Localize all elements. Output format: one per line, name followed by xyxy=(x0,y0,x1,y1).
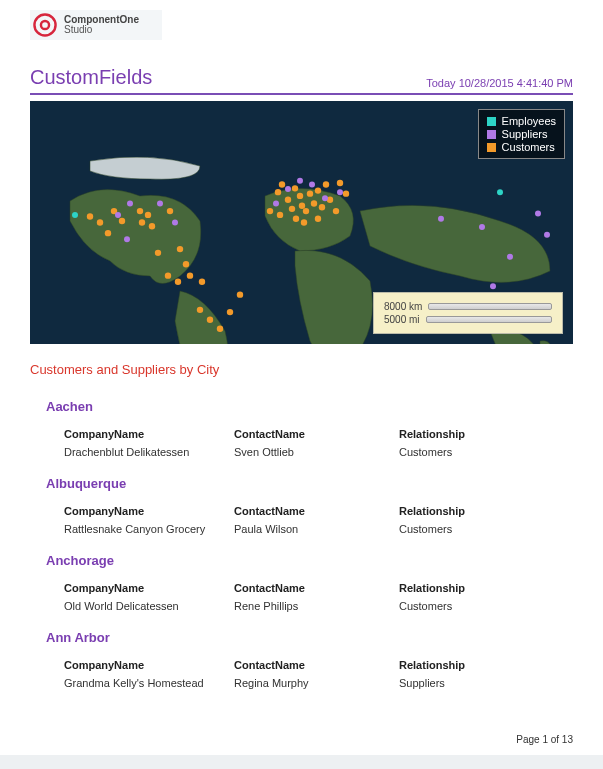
legend-swatch-suppliers xyxy=(487,130,496,139)
map-point xyxy=(199,279,205,285)
map-point xyxy=(119,218,125,224)
column-headers: CompanyNameContactNameRelationship xyxy=(46,428,573,446)
map-point xyxy=(307,190,313,196)
map-point xyxy=(127,201,133,207)
page-bottom-bar xyxy=(0,755,603,769)
map-point xyxy=(337,189,343,195)
column-headers: CompanyNameContactNameRelationship xyxy=(46,505,573,523)
report-timestamp: Today 10/28/2015 4:41:40 PM xyxy=(426,77,573,89)
map-point xyxy=(177,246,183,252)
column-header-relationship: Relationship xyxy=(399,582,539,594)
map-point xyxy=(137,208,143,214)
column-header-relationship: Relationship xyxy=(399,428,539,440)
table-row: Old World DelicatessenRene PhillipsCusto… xyxy=(46,600,573,616)
legend-swatch-employees xyxy=(487,117,496,126)
cell-company: Old World Delicatessen xyxy=(64,600,234,612)
map-point xyxy=(87,213,93,219)
table-row: Rattlesnake Canyon GroceryPaula WilsonCu… xyxy=(46,523,573,539)
data-groups: AachenCompanyNameContactNameRelationship… xyxy=(30,399,573,693)
column-headers: CompanyNameContactNameRelationship xyxy=(46,582,573,600)
map-point xyxy=(293,216,299,222)
world-map: Employees Suppliers Customers 8000 km 50… xyxy=(30,101,573,344)
column-header-company: CompanyName xyxy=(64,505,234,517)
map-point xyxy=(187,272,193,278)
map-point xyxy=(279,181,285,187)
legend-label: Customers xyxy=(502,141,555,153)
map-point xyxy=(315,216,321,222)
map-point xyxy=(217,326,223,332)
city-heading: Aachen xyxy=(46,399,573,414)
map-point xyxy=(277,212,283,218)
map-point xyxy=(319,204,325,210)
map-point xyxy=(285,186,291,192)
cell-relationship: Suppliers xyxy=(399,677,539,689)
page-footer: Page 1 of 13 xyxy=(516,734,573,745)
cell-relationship: Customers xyxy=(399,523,539,535)
cell-contact: Rene Phillips xyxy=(234,600,399,612)
cell-contact: Regina Murphy xyxy=(234,677,399,689)
map-point xyxy=(97,219,103,225)
map-point xyxy=(285,197,291,203)
map-point xyxy=(343,190,349,196)
map-point xyxy=(323,181,329,187)
map-point xyxy=(267,208,273,214)
map-point xyxy=(535,210,541,216)
legend-row: Customers xyxy=(487,141,556,153)
map-point xyxy=(275,189,281,195)
map-point xyxy=(149,223,155,229)
scale-km-label: 8000 km xyxy=(384,301,422,312)
cell-company: Rattlesnake Canyon Grocery xyxy=(64,523,234,535)
column-header-relationship: Relationship xyxy=(399,505,539,517)
city-heading: Anchorage xyxy=(46,553,573,568)
cell-company: Grandma Kelly's Homestead xyxy=(64,677,234,689)
map-point xyxy=(167,208,173,214)
city-group: AachenCompanyNameContactNameRelationship… xyxy=(46,399,573,462)
map-point xyxy=(289,206,295,212)
map-point xyxy=(115,212,121,218)
brand-icon xyxy=(32,12,58,38)
map-point xyxy=(72,212,78,218)
report-page: ComponentOne Studio CustomFields Today 1… xyxy=(0,0,603,769)
map-point xyxy=(197,307,203,313)
map-point xyxy=(175,279,181,285)
city-group: AlbuquerqueCompanyNameContactNameRelatio… xyxy=(46,476,573,539)
cell-relationship: Customers xyxy=(399,446,539,458)
map-point xyxy=(183,261,189,267)
map-point xyxy=(438,216,444,222)
column-header-contact: ContactName xyxy=(234,428,399,440)
map-point xyxy=(544,232,550,238)
column-header-contact: ContactName xyxy=(234,505,399,517)
map-point xyxy=(479,224,485,230)
map-point xyxy=(105,230,111,236)
page-title: CustomFields xyxy=(30,66,152,89)
map-point xyxy=(292,185,298,191)
map-legend: Employees Suppliers Customers xyxy=(478,109,565,159)
city-heading: Albuquerque xyxy=(46,476,573,491)
map-point xyxy=(172,220,178,226)
map-scale: 8000 km 5000 mi xyxy=(373,292,563,334)
column-header-contact: ContactName xyxy=(234,659,399,671)
table-row: Grandma Kelly's HomesteadRegina MurphySu… xyxy=(46,677,573,693)
map-point xyxy=(303,208,309,214)
section-title: Customers and Suppliers by City xyxy=(30,362,573,377)
brand-line2: Studio xyxy=(64,25,139,35)
brand-logo: ComponentOne Studio xyxy=(30,10,162,40)
map-point xyxy=(309,182,315,188)
svg-point-1 xyxy=(41,21,49,29)
map-point xyxy=(139,219,145,225)
legend-swatch-customers xyxy=(487,143,496,152)
report-header: CustomFields Today 10/28/2015 4:41:40 PM xyxy=(30,66,573,95)
scale-bar-km xyxy=(428,303,552,310)
column-header-relationship: Relationship xyxy=(399,659,539,671)
legend-row: Suppliers xyxy=(487,128,556,140)
map-point xyxy=(237,291,243,297)
map-point xyxy=(322,195,328,201)
column-header-company: CompanyName xyxy=(64,582,234,594)
column-header-company: CompanyName xyxy=(64,659,234,671)
map-point xyxy=(507,254,513,260)
map-point xyxy=(315,187,321,193)
city-heading: Ann Arbor xyxy=(46,630,573,645)
map-point xyxy=(497,189,503,195)
map-point xyxy=(145,212,151,218)
city-group: AnchorageCompanyNameContactNameRelations… xyxy=(46,553,573,616)
